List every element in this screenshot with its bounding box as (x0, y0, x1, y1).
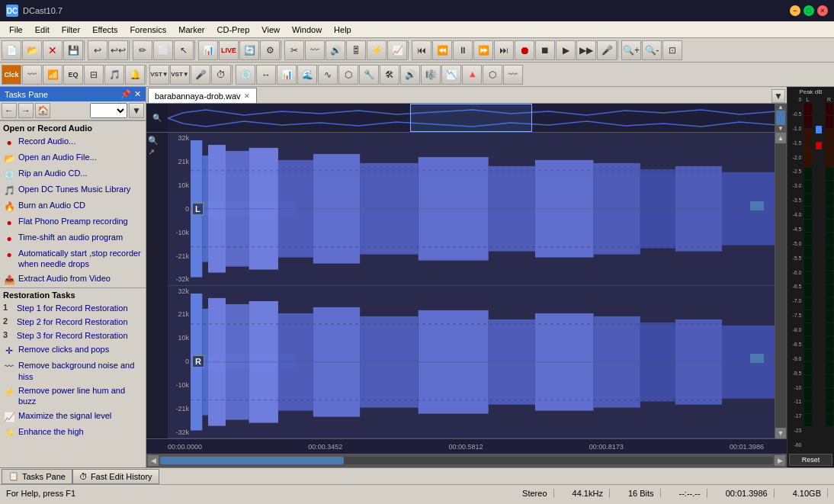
skip-end[interactable]: ⏭ (494, 40, 514, 60)
selection-btn[interactable]: ↗ (148, 147, 159, 157)
voice[interactable]: 🎤 (191, 65, 210, 85)
noise-reduce[interactable]: 〰 (22, 65, 42, 85)
step1-item[interactable]: 1 Step 1 for Record Restoration (0, 301, 146, 315)
zoom-sel[interactable]: ⊡ (662, 40, 682, 60)
enhance-high-item[interactable]: ✨ Enhance the high (0, 425, 146, 441)
menu-forensics[interactable]: Forensics (124, 24, 173, 36)
tab-close-btn[interactable]: ✕ (244, 92, 250, 100)
save-button[interactable]: 💾 (63, 40, 83, 60)
v-scrollbar[interactable]: ▲ ▼ (775, 133, 787, 438)
open-button[interactable]: 📂 (22, 40, 42, 60)
fx1[interactable]: 🔊 (326, 40, 345, 60)
menu-help[interactable]: Help (328, 24, 358, 36)
play-sel[interactable]: ▶▶ (576, 40, 596, 60)
trim-btn[interactable]: ✂ (284, 40, 304, 60)
vst2[interactable]: VST▼ (170, 65, 190, 85)
overview-strip[interactable]: 🔍 ▲ ▼ (146, 104, 787, 133)
play-live[interactable]: 🎤 (597, 40, 617, 60)
tasks-pane-tab[interactable]: 📋 Tasks Pane (2, 469, 72, 484)
step2-item[interactable]: 2 Step 2 for Record Restoration (0, 315, 146, 329)
normalize-btn[interactable]: 📊 (198, 40, 218, 60)
pencil-tool[interactable]: ✏ (133, 40, 152, 60)
timeshift-item[interactable]: ● Time-shift an audio program (0, 230, 146, 246)
close-button[interactable]: × (817, 5, 828, 16)
right-waveform-area[interactable] (191, 286, 775, 438)
v-scroll-thumb[interactable] (776, 111, 785, 125)
tasks-back-btn[interactable]: ← (2, 103, 17, 118)
tasks-fwd-btn[interactable]: → (18, 103, 34, 118)
loop-btn[interactable]: 🔄 (239, 40, 259, 60)
eq-btn[interactable]: EQ (63, 65, 83, 85)
menu-filter[interactable]: Filter (56, 24, 86, 36)
play-btn[interactable]: ▶ (556, 40, 576, 60)
v-scroll-down[interactable]: ▼ (775, 428, 786, 438)
live-btn[interactable]: LIVE (219, 40, 239, 60)
menu-view[interactable]: View (255, 24, 286, 36)
stop-btn[interactable]: ⏹ (535, 40, 555, 60)
tasks-home-btn[interactable]: 🏠 (35, 103, 50, 118)
menu-effects[interactable]: Effects (86, 24, 123, 36)
step3-item[interactable]: 3 Step 3 for Record Restoration (0, 329, 146, 342)
spectro2[interactable]: 🌊 (297, 65, 317, 85)
remove-clicks-item[interactable]: ✛ Remove clicks and pops (0, 342, 146, 358)
click-remove[interactable]: Clck (2, 65, 21, 85)
rip-cd-item[interactable]: 💿 Rip an Audio CD... (0, 166, 146, 182)
vu-reset-btn[interactable]: Reset (789, 454, 832, 466)
fade-btn[interactable]: 〰 (305, 40, 325, 60)
h-scrollbar[interactable]: ◀ ▶ (146, 454, 787, 467)
open-file-item[interactable]: 📂 Open an Audio File... (0, 150, 146, 166)
zoom-in[interactable]: 🔍+ (621, 40, 641, 60)
minimize-button[interactable]: − (790, 5, 800, 16)
scrub[interactable]: ⏱ (211, 65, 231, 85)
phono-preamp-item[interactable]: ● Flat Phono Preamp recording (0, 214, 146, 230)
tasks-dropdown-btn[interactable]: ▼ (129, 103, 144, 118)
fx4[interactable]: 📈 (387, 40, 407, 60)
new-button[interactable]: 📄 (2, 40, 21, 60)
extra2[interactable]: 〰 (503, 65, 523, 85)
h-scroll-left[interactable]: ◀ (148, 455, 159, 466)
burn-cd-item[interactable]: 🔥 Burn an Audio CD (0, 198, 146, 214)
tasks-pane-pin[interactable]: 📌 (120, 89, 131, 99)
fast-edit-history-tab[interactable]: ⏱ Fast Edit History (72, 469, 159, 484)
menu-edit[interactable]: Edit (29, 24, 56, 36)
pitch[interactable]: 🎵 (104, 65, 124, 85)
settings-btn[interactable]: ⚙ (260, 40, 280, 60)
maximize-button[interactable]: □ (804, 5, 814, 16)
fx2[interactable]: 🎛 (346, 40, 366, 60)
undo2-button[interactable]: ↩↩ (108, 40, 128, 60)
pause[interactable]: ⏸ (453, 40, 473, 60)
window-controls[interactable]: − □ × (790, 5, 828, 16)
stereo-fx[interactable]: ↔ (256, 65, 276, 85)
menu-cd-prep[interactable]: CD-Prep (211, 24, 256, 36)
remove-hum-item[interactable]: ⚡ Remove power line hum and buzz (0, 384, 146, 409)
restore1[interactable]: 🔧 (359, 65, 379, 85)
pitch2[interactable]: 🎼 (421, 65, 441, 85)
zoom-out[interactable]: 🔍- (642, 40, 662, 60)
left-waveform-area[interactable] (191, 133, 775, 285)
auto-record-item[interactable]: ● Automatically start ,stop recorder whe… (0, 246, 146, 271)
fx3[interactable]: ⚡ (367, 40, 387, 60)
rec-btn[interactable]: ⏺ (515, 40, 534, 60)
bitcrush[interactable]: ⬡ (338, 65, 358, 85)
right-ch-slider[interactable] (750, 354, 764, 363)
select-tool[interactable]: ⬜ (153, 40, 173, 60)
tasks-pane-close[interactable]: ✕ (134, 89, 141, 99)
menu-window[interactable]: Window (286, 24, 328, 36)
h-scroll-right[interactable]: ▶ (775, 455, 785, 466)
maximize-level-item[interactable]: 📈 Maximize the signal level (0, 409, 146, 425)
audio-tab[interactable]: barabannaya-drob.wav ✕ (148, 88, 257, 103)
vst1[interactable]: VST▼ (149, 65, 169, 85)
menu-marker[interactable]: Marker (172, 24, 210, 36)
cursor-tool[interactable]: ↖ (174, 40, 194, 60)
restore2[interactable]: 🛠 (380, 65, 399, 85)
spectrum[interactable]: 📊 (277, 65, 297, 85)
menu-file[interactable]: File (3, 24, 29, 36)
extract-video-item[interactable]: 📤 Extract Audio from Video (0, 271, 146, 287)
skip-start[interactable]: ⏮ (412, 40, 431, 60)
envelope[interactable]: 🔺 (462, 65, 482, 85)
music-library-item[interactable]: 🎵 Open DC Tunes Music Library (0, 182, 146, 198)
reverb[interactable]: 🔔 (125, 65, 145, 85)
viewport-indicator[interactable] (410, 104, 531, 132)
remove-noise-item[interactable]: 〰 Remove background noise and hiss (0, 358, 146, 384)
phase[interactable]: ∿ (318, 65, 338, 85)
